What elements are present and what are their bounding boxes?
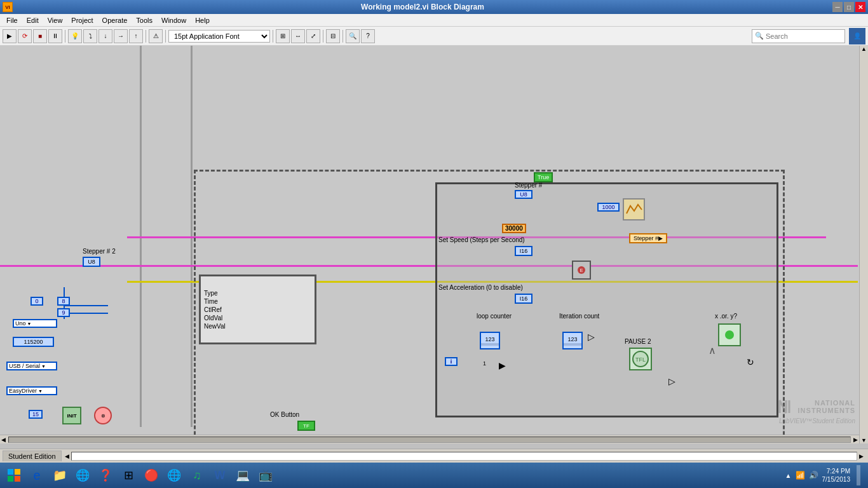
- rdp-icon[interactable]: 💻: [233, 465, 253, 485]
- chrome-icon[interactable]: 🌐: [164, 465, 184, 485]
- menu-operate[interactable]: Operate: [98, 15, 132, 25]
- svg-rect-4: [8, 469, 13, 475]
- clock: 7:24 PM 7/15/2013: [822, 467, 851, 484]
- close-button[interactable]: ✕: [855, 2, 865, 12]
- step-into-button[interactable]: ↓: [98, 29, 112, 43]
- block-diagram-area: True ▶ Stepper # U8 1000 30000 Set Speed…: [0, 46, 868, 444]
- uno-dropdown[interactable]: Uno: [13, 319, 57, 328]
- step-out-button[interactable]: ↑: [129, 29, 143, 43]
- abort-button[interactable]: ■: [33, 29, 47, 43]
- student-edition-tab[interactable]: Student Edition: [3, 451, 62, 461]
- step-over-button[interactable]: →: [114, 29, 128, 43]
- const-30000: 30000: [502, 224, 526, 233]
- event-structure: Type Time CtlRef OldVal NewVal: [199, 274, 316, 344]
- menu-help[interactable]: Help: [191, 15, 214, 25]
- inner-structure: [435, 182, 778, 417]
- stepper-hash-u8: U8: [515, 190, 532, 199]
- profile-button[interactable]: 👤: [849, 28, 865, 44]
- menu-window[interactable]: Window: [158, 15, 190, 25]
- ni-logo: NATIONAL INSTRUMENTS LabVIEW™Student Edi…: [776, 397, 855, 424]
- clock-time: 7:24 PM: [822, 467, 851, 475]
- clock-date: 7/15/2013: [822, 475, 851, 484]
- right-green-arrow: ↻: [747, 357, 754, 367]
- align-button[interactable]: ⊞: [276, 29, 290, 43]
- stepper2-control: U8: [83, 257, 100, 267]
- event-time: Time: [204, 298, 311, 305]
- menu-project[interactable]: Project: [67, 15, 97, 25]
- start-button[interactable]: [4, 465, 24, 485]
- windows-icon: [6, 468, 22, 483]
- const-1000: 1000: [597, 203, 620, 212]
- browser-icon[interactable]: 🌐: [72, 465, 93, 485]
- scroll-up-btn[interactable]: ▲: [860, 46, 868, 52]
- window-title: Working model2.vi Block Diagram: [13, 3, 832, 11]
- resize-button[interactable]: ⤢: [306, 29, 320, 43]
- zoom-button[interactable]: 🔍: [346, 29, 360, 43]
- search-icon: 🔍: [755, 32, 764, 40]
- menu-view[interactable]: View: [44, 15, 67, 25]
- stepper2-label: Stepper # 2: [83, 248, 116, 255]
- minimize-button[interactable]: ─: [832, 2, 843, 12]
- help-button2[interactable]: ?: [361, 29, 375, 43]
- word-icon[interactable]: W: [210, 465, 230, 485]
- sep6: [342, 30, 343, 43]
- arrow-node: ▷: [588, 332, 595, 342]
- const-i: i: [445, 357, 458, 366]
- wire-blue-1: [64, 305, 108, 306]
- run-continuously-button[interactable]: ⟳: [18, 29, 32, 43]
- true-const-group: True ▶: [534, 173, 539, 182]
- sep2: [146, 30, 146, 43]
- distribute-button[interactable]: ↔: [291, 29, 305, 43]
- windows-taskbar-icon[interactable]: ⊞: [118, 465, 139, 485]
- pause2-vi: TFL: [629, 348, 652, 370]
- tab-scroll-right[interactable]: ▶: [857, 453, 865, 459]
- search-box[interactable]: 🔍: [752, 29, 845, 43]
- ie-icon[interactable]: e: [27, 465, 47, 485]
- scroll-down-btn[interactable]: ▼: [860, 437, 868, 444]
- scroll-left-btn[interactable]: ◀: [0, 437, 7, 443]
- font-selector[interactable]: 15pt Application Font: [168, 30, 270, 43]
- maximize-button[interactable]: □: [844, 2, 854, 12]
- volume-icon: 🔊: [809, 471, 818, 480]
- stepper-hash-indicator-group: 🏠 Stepper #▶: [629, 234, 639, 243]
- retain-wire-button[interactable]: ⤵: [83, 29, 97, 43]
- title-bar: VI Working model2.vi Block Diagram ─ □ ✕: [0, 0, 868, 14]
- highlight-button[interactable]: 💡: [68, 29, 82, 43]
- shift-reg-left: ▶: [499, 360, 506, 370]
- order-button[interactable]: ⊟: [326, 29, 340, 43]
- set-speed-control: I16: [515, 246, 532, 256]
- spotify-icon[interactable]: ♫: [187, 465, 207, 485]
- media-icon[interactable]: 📺: [255, 465, 276, 485]
- menu-file[interactable]: File: [3, 15, 22, 25]
- taskbar: e 📁 🌐 ❓ ⊞ 🔴 🌐 ♫ W 💻 📺 ▲ 📶 🔊 7:24 PM 7/15…: [0, 463, 868, 488]
- pause-button[interactable]: ⏸: [48, 29, 62, 43]
- easydriver-dropdown[interactable]: EasyDriver: [6, 386, 57, 395]
- set-accel-label: Set Acceleration (0 to disable): [438, 284, 523, 291]
- app-icon: VI: [3, 2, 13, 12]
- shift-reg-1: 1: [483, 360, 486, 367]
- menu-bar: File Edit View Project Operate Tools Win…: [0, 14, 868, 27]
- help-taskbar-icon[interactable]: ❓: [95, 465, 116, 485]
- menu-tools[interactable]: Tools: [132, 15, 156, 25]
- red-app-icon[interactable]: 🔴: [141, 465, 161, 485]
- const-9: 9: [57, 308, 70, 317]
- scroll-right-btn[interactable]: ▶: [852, 437, 859, 443]
- tab-scroll-left[interactable]: ◀: [63, 453, 71, 459]
- file-explorer-icon[interactable]: 📁: [50, 465, 70, 485]
- tray-arrow[interactable]: ▲: [785, 472, 792, 479]
- pause2-label: PAUSE 2: [625, 338, 651, 345]
- loop-counter-indicator: 123: [480, 332, 500, 349]
- scroll-track: [8, 437, 851, 443]
- search-input[interactable]: [766, 32, 842, 40]
- sep3: [165, 30, 166, 43]
- scrollbar-right[interactable]: ▲ ▼: [859, 46, 868, 444]
- xory-vi: [718, 323, 741, 346]
- network-icon: 📶: [796, 471, 805, 480]
- usb-serial-dropdown[interactable]: USB / Serial: [6, 362, 57, 370]
- warn-button[interactable]: ⚠: [149, 29, 163, 43]
- run-button[interactable]: ▶: [3, 29, 17, 43]
- ni-text1: NATIONAL: [798, 399, 855, 407]
- menu-edit[interactable]: Edit: [23, 15, 43, 25]
- scrollbar-bottom[interactable]: ◀ ▶: [0, 435, 859, 444]
- show-desktop-btn[interactable]: [857, 465, 860, 485]
